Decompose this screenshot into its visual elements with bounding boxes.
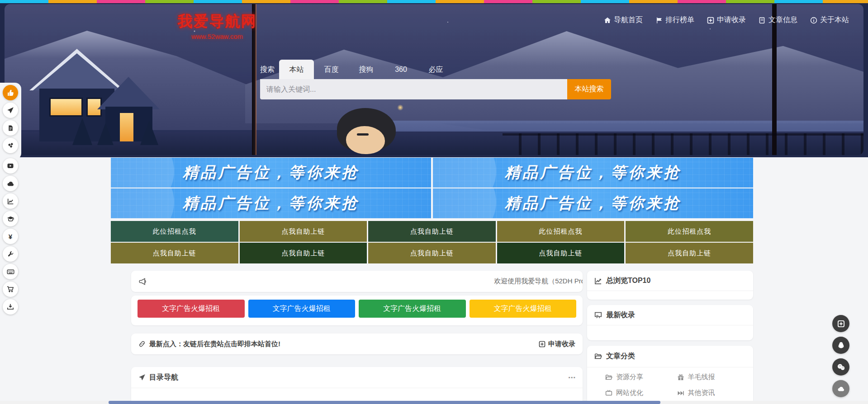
apply-inclusion-link[interactable]: 申请收录 — [539, 340, 575, 348]
nav-item-submit[interactable]: 申请收录 — [707, 15, 746, 25]
qq-icon — [837, 341, 845, 350]
qq-button[interactable] — [832, 337, 849, 354]
cartoon-figure — [337, 108, 397, 155]
categories-grid: 资源分享 羊毛线报 网站优化 其他资讯 — [587, 367, 753, 397]
link-slot[interactable]: 此位招租点我 — [497, 221, 625, 242]
banner-ad[interactable]: 精品广告位，等你来抢 — [111, 158, 431, 188]
search-engine-tabs: 搜索 本站 百度 搜狗 360 必应 — [260, 60, 611, 79]
banner-ad[interactable]: 精品广告位，等你来抢 — [433, 158, 753, 188]
rainbow-top-stripe — [0, 0, 868, 3]
category-resources[interactable]: 资源分享 — [605, 373, 677, 381]
home-icon — [604, 17, 611, 24]
ellipsis-icon[interactable]: ⋯ — [568, 373, 575, 382]
directory-title: 目录导航 — [149, 373, 178, 382]
link-slot[interactable]: 点我自助上链 — [497, 243, 625, 263]
nav-item-home[interactable]: 导航首页 — [604, 15, 643, 25]
stats-button[interactable] — [3, 193, 18, 209]
friend-link-grid: 此位招租点我 点我自助上链 点我自助上链 此位招租点我 此位招租点我 点我自助上… — [111, 221, 753, 263]
search-bar: 本站搜索 — [260, 79, 611, 99]
apply-inclusion-label: 申请收录 — [548, 340, 575, 348]
add-site-button[interactable] — [832, 315, 849, 332]
link-slot[interactable]: 点我自助上链 — [368, 221, 496, 242]
directory-nav-card: 目录导航 ⋯ — [131, 367, 583, 404]
shop-button[interactable] — [3, 282, 18, 297]
search-button[interactable]: 本站搜索 — [567, 79, 611, 99]
cubes-icon — [7, 142, 14, 149]
hero-frame: 我爱导航网 www.52waw.com 导航首页 排行榜单 申请收录 — [0, 3, 868, 157]
street-light-glow — [397, 104, 403, 111]
plus-square-icon — [707, 17, 714, 24]
tab-360[interactable]: 360 — [384, 60, 418, 79]
hero-background: 我爱导航网 www.52waw.com 导航首页 排行榜单 申请收录 — [5, 4, 863, 155]
gift-icon — [677, 374, 684, 381]
latest-click-text: 最新点入：友链后在贵站点击即排本站首位! — [149, 340, 280, 348]
tab-this-site[interactable]: 本站 — [279, 60, 314, 79]
nav-item-rank[interactable]: 排行榜单 — [655, 15, 694, 25]
search-module: 搜索 本站 百度 搜狗 360 必应 本站搜索 — [260, 60, 611, 99]
nav-item-articles[interactable]: 文章信息 — [759, 15, 797, 25]
cloud-icon — [837, 385, 845, 393]
education-button[interactable] — [3, 211, 18, 226]
cloud-share-button[interactable] — [832, 380, 849, 397]
keyboard-icon — [7, 268, 14, 276]
paper-plane-icon — [138, 374, 146, 381]
newest-header: 最新收录 — [587, 305, 753, 325]
link-slot[interactable]: 此位招租点我 — [626, 221, 753, 242]
horizontal-scrollbar[interactable] — [0, 401, 868, 404]
folder-open-icon — [594, 352, 602, 360]
text-ad-button[interactable]: 文字广告火爆招租 — [359, 300, 466, 318]
text-ad-row: 文字广告火爆招租 文字广告火爆招租 文字广告火爆招租 文字广告火爆招租 — [131, 296, 583, 325]
house-illustration — [29, 49, 161, 141]
link-slot[interactable]: 点我自助上链 — [240, 221, 367, 242]
folder-icon — [605, 374, 612, 381]
link-slot[interactable]: 点我自助上链 — [368, 243, 496, 263]
fence — [503, 133, 863, 155]
category-label: 其他资讯 — [688, 389, 715, 397]
tab-sogou[interactable]: 搜狗 — [349, 60, 384, 79]
typing-button[interactable] — [3, 264, 18, 279]
tab-bing[interactable]: 必应 — [418, 60, 453, 79]
tab-baidu[interactable]: 百度 — [314, 60, 349, 79]
text-ad-button[interactable]: 文字广告火爆招租 — [470, 300, 577, 318]
category-deals[interactable]: 羊毛线报 — [677, 373, 749, 381]
text-ad-button[interactable]: 文字广告火爆招租 — [138, 300, 245, 318]
nav-item-about[interactable]: 关于本站 — [810, 15, 849, 25]
link-slot[interactable]: 点我自助上链 — [240, 243, 367, 263]
text-ad-button[interactable]: 文字广告火爆招租 — [248, 300, 356, 318]
link-slot[interactable]: 点我自助上链 — [626, 243, 753, 263]
like-button[interactable] — [3, 85, 18, 100]
categories-header: 文章分类 — [587, 346, 753, 367]
scrollbar-thumb[interactable] — [109, 401, 660, 404]
nav-label: 导航首页 — [614, 15, 643, 25]
info-icon — [810, 17, 817, 24]
right-column: 总浏览TOP10 最新收录 文章分类 资源分享 — [587, 271, 753, 404]
nav-label: 关于本站 — [820, 15, 849, 25]
top10-title: 总浏览TOP10 — [606, 276, 650, 286]
site-logo[interactable]: 我爱导航网 www.52waw.com — [166, 11, 268, 40]
link-slot[interactable]: 此位招租点我 — [111, 221, 238, 242]
left-column: 欢迎使用我爱导航（52DH Pro 文字广告火爆招租 文字广告火爆招租 文字广告… — [131, 271, 583, 404]
category-label: 羊毛线报 — [688, 373, 715, 381]
page: 我爱导航网 www.52waw.com 导航首页 排行榜单 申请收录 — [0, 0, 868, 404]
category-label: 网站优化 — [616, 389, 643, 397]
apps-button[interactable] — [3, 138, 18, 153]
video-button[interactable] — [3, 158, 18, 174]
cloud-button[interactable] — [3, 176, 18, 191]
banner-ad[interactable]: 精品广告位，等你来抢 — [111, 188, 431, 218]
category-seo[interactable]: 网站优化 — [605, 389, 677, 397]
flag-icon — [655, 17, 663, 24]
article-button[interactable] — [3, 120, 18, 136]
link-icon — [138, 340, 146, 348]
send-button[interactable] — [3, 103, 18, 118]
wechat-button[interactable] — [832, 358, 849, 376]
tools-button[interactable] — [3, 246, 18, 262]
link-slot[interactable]: 点我自助上链 — [111, 243, 238, 263]
banner-ad[interactable]: 精品广告位，等你来抢 — [433, 188, 753, 218]
category-other-news[interactable]: 其他资讯 — [677, 389, 749, 397]
chart-line-icon — [7, 198, 14, 205]
notice-bar: 欢迎使用我爱导航（52DH Pro — [131, 271, 583, 292]
search-input[interactable] — [260, 79, 567, 99]
book-icon — [759, 17, 766, 24]
finance-button[interactable]: ¥ — [3, 229, 18, 244]
download-button[interactable] — [3, 299, 18, 315]
